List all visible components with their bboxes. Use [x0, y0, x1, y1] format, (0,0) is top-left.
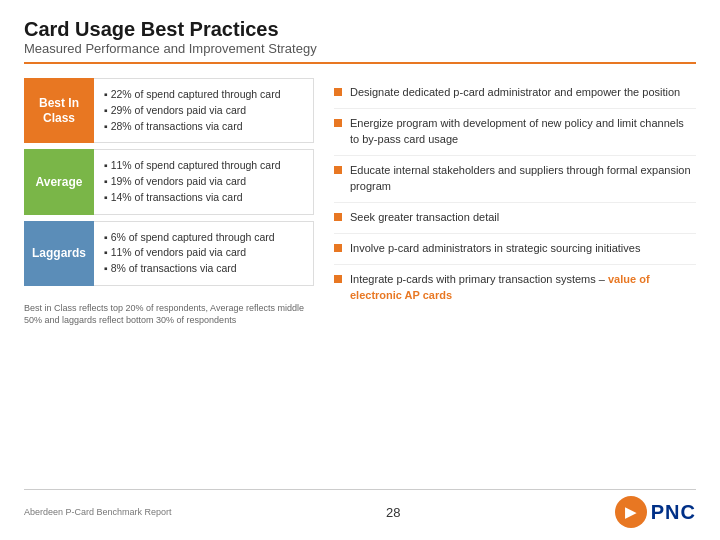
tier-content-average: 11% of spend captured through card 19% o…: [94, 149, 314, 214]
page: Card Usage Best Practices Measured Perfo…: [0, 0, 720, 540]
pnc-logo: ▶ PNC: [615, 496, 696, 528]
bullet-item-2: Energize program with development of new…: [334, 109, 696, 156]
footnote: Best in Class reflects top 20% of respon…: [24, 302, 314, 327]
tier-row-best: Best In Class 22% of spend captured thro…: [24, 78, 314, 143]
tier-row-laggards: Laggards 6% of spend captured through ca…: [24, 221, 314, 286]
list-item: 11% of vendors paid via card: [104, 245, 303, 261]
bullet-icon-5: [334, 244, 342, 252]
pnc-logo-circle: ▶: [615, 496, 647, 528]
tier-content-best: 22% of spend captured through card 29% o…: [94, 78, 314, 143]
list-item: 19% of vendors paid via card: [104, 174, 303, 190]
pnc-logo-text: PNC: [651, 501, 696, 524]
bullet-text-5: Involve p-card administrators in strateg…: [350, 241, 696, 257]
tier-content-laggards: 6% of spend captured through card 11% of…: [94, 221, 314, 286]
bullet-text-6: Integrate p-cards with primary transacti…: [350, 272, 696, 304]
bullet-icon-6: [334, 275, 342, 283]
pnc-logo-symbol: ▶: [625, 504, 636, 520]
main-content: Best In Class 22% of spend captured thro…: [24, 78, 696, 481]
right-column: Designate dedicated p-card administrator…: [334, 78, 696, 481]
tier-row-average: Average 11% of spend captured through ca…: [24, 149, 314, 214]
bullet-text-3: Educate internal stakeholders and suppli…: [350, 163, 696, 195]
list-item: 22% of spend captured through card: [104, 87, 303, 103]
bold-text: value of electronic AP cards: [350, 273, 650, 301]
list-item: 28% of transactions via card: [104, 119, 303, 135]
bullet-text-4: Seek greater transaction detail: [350, 210, 696, 226]
bullet-item-1: Designate dedicated p-card administrator…: [334, 78, 696, 109]
bullet-icon-2: [334, 119, 342, 127]
footer: Aberdeen P-Card Benchmark Report 28 ▶ PN…: [24, 489, 696, 528]
tier-label-best: Best In Class: [24, 78, 94, 143]
footer-page: 28: [386, 505, 400, 520]
top-divider: [24, 62, 696, 64]
list-item: 14% of transactions via card: [104, 190, 303, 206]
bullet-item-6: Integrate p-cards with primary transacti…: [334, 265, 696, 311]
header: Card Usage Best Practices Measured Perfo…: [24, 18, 696, 56]
tier-label-laggards: Laggards: [24, 221, 94, 286]
bullet-item-3: Educate internal stakeholders and suppli…: [334, 156, 696, 203]
bullet-icon-3: [334, 166, 342, 174]
tier-label-average: Average: [24, 149, 94, 214]
bullet-icon-4: [334, 213, 342, 221]
bullet-icon-1: [334, 88, 342, 96]
bullet-item-5: Involve p-card administrators in strateg…: [334, 234, 696, 265]
left-column: Best In Class 22% of spend captured thro…: [24, 78, 314, 481]
list-item: 6% of spend captured through card: [104, 230, 303, 246]
page-title: Card Usage Best Practices: [24, 18, 696, 41]
bullet-text-1: Designate dedicated p-card administrator…: [350, 85, 696, 101]
list-item: 8% of transactions via card: [104, 261, 303, 277]
list-item: 11% of spend captured through card: [104, 158, 303, 174]
bullet-text-2: Energize program with development of new…: [350, 116, 696, 148]
list-item: 29% of vendors paid via card: [104, 103, 303, 119]
footer-source: Aberdeen P-Card Benchmark Report: [24, 507, 172, 517]
bullet-item-4: Seek greater transaction detail: [334, 203, 696, 234]
page-subtitle: Measured Performance and Improvement Str…: [24, 41, 696, 56]
